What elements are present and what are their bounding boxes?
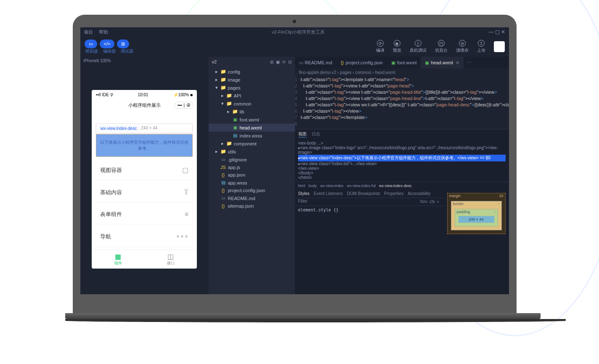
styles-tab[interactable]: Accessibility — [408, 191, 430, 196]
inspect-tooltip: wx-view.index-desc 240 × 44 — [96, 124, 193, 133]
window-controls[interactable]: — ▢ ✕ — [489, 29, 506, 35]
explorer-root[interactable]: v2 — [212, 59, 217, 64]
toolbar: ▭ </> ⊞ 模拟器 编辑器 调试器 ⟳编译 ◉预览 ▯真机调试 ◳切后台 — [80, 37, 509, 57]
laptop-mockup: 项目 帮助 v2-FinClip小程序开发工具 — ▢ ✕ ▭ </> ⊞ 模拟… — [65, 15, 524, 334]
toggle-simulator[interactable]: ▭ — [85, 40, 97, 48]
explorer-pane: v2 ⊞ ▣ ⟳ ⊟ ▸📁config▸📁image▾📁pages▸📁API▾📁… — [209, 57, 295, 294]
code-editor[interactable]: t-attr">class="t-tag"><template t-attr">… — [301, 76, 509, 129]
clear-cache-button[interactable]: ⊘清缓存 — [456, 40, 469, 53]
toggle-debugger[interactable]: ⊞ — [117, 40, 129, 48]
element-row[interactable]: </html> — [298, 175, 506, 180]
grid-icon: ▦ — [92, 253, 144, 261]
list-item[interactable]: 表单组件≡ — [96, 205, 193, 224]
highlighted-element[interactable]: 以下将展示小程序官方组件能力，组件样式仅供参考。 — [96, 134, 193, 157]
menubar: 项目 帮助 v2-FinClip小程序开发工具 — ▢ ✕ — [80, 27, 509, 37]
status-battery: ⚡100% ■ — [173, 92, 193, 97]
pill-label-debugger: 调试器 — [121, 48, 133, 54]
phone-preview: ••ll IDE ⚲ 10:01 ⚡100% ■ 小程序组件展示 •••|⦿ w… — [92, 90, 197, 269]
tabbar-api[interactable]: ◫接口 — [144, 250, 197, 269]
tree-node-image[interactable]: ▸📁image — [209, 76, 295, 84]
css-rule[interactable]: </span>.index-desc {<div>&nbsp;&nbsp;<sp… — [295, 214, 444, 217]
devtools: 视图 日志 <wx-body ...>▸<wx-image class="ind… — [295, 129, 509, 294]
tree-node-component[interactable]: ▸📁component — [209, 140, 295, 148]
tree-node-API[interactable]: ▸📁API — [209, 92, 295, 100]
tree-node--gitignore[interactable]: ▭.gitignore — [209, 156, 295, 164]
page-title: 小程序组件展示 — [128, 102, 161, 108]
styles-filter[interactable]: Filter — [298, 199, 307, 205]
element-row[interactable]: ▸<wx-view class="index-desc">以下将展示小程序官方组… — [298, 155, 506, 161]
editor-pane: ▭README.md{}project.config.json▣foot.wxm… — [295, 57, 509, 294]
list-item[interactable]: 基础内容𝕋 — [96, 182, 193, 202]
tab-more[interactable]: ⋯ — [464, 60, 475, 66]
hov-toggle[interactable]: :hov .cls ＋ — [419, 199, 440, 205]
tab-project-config-json[interactable]: {}project.config.json — [337, 57, 387, 69]
api-icon: ◫ — [144, 253, 197, 261]
window-title: v2-FinClip小程序开发工具 — [114, 29, 483, 35]
tree-node-project-config-json[interactable]: {}project.config.json — [209, 187, 295, 194]
menu-project[interactable]: 项目 — [84, 29, 93, 35]
tabbar-components[interactable]: ▦组件 — [92, 250, 144, 269]
devtools-tab-elements[interactable]: 视图 — [298, 131, 307, 137]
upload-button[interactable]: ↥上传 — [477, 40, 485, 53]
tab-foot-wxml[interactable]: ▣foot.wxml — [387, 57, 421, 69]
styles-tab[interactable]: Event Listeners — [314, 191, 343, 196]
tree-node-app-js[interactable]: JSapp.js — [209, 164, 295, 171]
tree-node-head-wxml[interactable]: ▣head.wxml — [209, 124, 295, 132]
dots-icon: ∘∘∘ — [176, 232, 188, 240]
breadcrumb[interactable]: fino-applet-demo-v2 › pages › common › h… — [295, 69, 509, 76]
path-segment[interactable]: body — [309, 184, 317, 188]
background-button[interactable]: ◳切后台 — [435, 40, 448, 53]
capsule-button[interactable]: •••|⦿ — [175, 102, 193, 109]
menu-help[interactable]: 帮助 — [99, 29, 108, 35]
list-item[interactable]: 导航∘∘∘ — [96, 227, 193, 246]
status-time: 10:01 — [138, 92, 148, 97]
path-segment[interactable]: html — [298, 184, 305, 188]
list-item[interactable]: 视图容器▢ — [96, 160, 193, 180]
simulator-device-label[interactable]: iPhone6 100% — [80, 57, 209, 65]
inspect-selector: wx-view.index-desc — [99, 126, 138, 131]
css-rule[interactable]: element.style {} — [295, 206, 444, 214]
element-row[interactable]: ▸<wx-image class="index-logo" src="../re… — [298, 145, 506, 155]
element-row[interactable]: </body> — [298, 171, 506, 175]
tree-node-foot-wxml[interactable]: ▣foot.wxml — [209, 116, 295, 124]
toggle-editor[interactable]: </> — [100, 40, 115, 48]
container-icon: ▢ — [182, 166, 188, 174]
compile-button[interactable]: ⟳编译 — [376, 40, 384, 53]
path-segment[interactable]: wx-view.index-hd — [347, 184, 376, 188]
new-folder-icon[interactable]: ▣ — [276, 60, 280, 64]
preview-button[interactable]: ◉预览 — [393, 40, 401, 53]
new-file-icon[interactable]: ⊞ — [270, 60, 273, 64]
path-segment[interactable]: wx-view.index — [320, 184, 344, 188]
tree-node-utils[interactable]: ▸📁utils — [209, 148, 295, 156]
devtools-tab-console[interactable]: 日志 — [312, 131, 320, 137]
status-signal: ••ll IDE ⚲ — [96, 92, 113, 97]
tree-node-index-wxss[interactable]: ▤index.wxss — [209, 132, 295, 140]
tree-node-lib[interactable]: ▸📁lib — [209, 108, 295, 116]
tree-node-README-md[interactable]: ▭README.md — [209, 194, 295, 202]
tree-node-pages[interactable]: ▾📁pages — [209, 84, 295, 92]
element-row[interactable]: </wx-view> — [298, 166, 506, 171]
styles-tab[interactable]: DOM Breakpoints — [347, 191, 380, 196]
pill-label-editor: 编辑器 — [103, 48, 116, 54]
element-row[interactable]: <wx-body ...> — [298, 141, 506, 145]
inspect-size: 240 × 44 — [141, 126, 157, 131]
refresh-icon[interactable]: ⟳ — [282, 60, 286, 64]
collapse-icon[interactable]: ⊟ — [288, 60, 292, 64]
avatar[interactable] — [494, 41, 505, 52]
tree-node-sitemap-json[interactable]: {}sitemap.json — [209, 202, 295, 210]
tree-node-app-wxss[interactable]: ▤app.wxss — [209, 179, 295, 187]
styles-tab[interactable]: Styles — [298, 191, 310, 196]
tab-README-md[interactable]: ▭README.md — [295, 57, 337, 69]
tree-node-config[interactable]: ▸📁config — [209, 68, 295, 76]
pill-label-simulator: 模拟器 — [85, 48, 98, 54]
box-model: margin 10 border - padding - 240 × 4 — [444, 190, 509, 294]
tree-node-common[interactable]: ▾📁common — [209, 100, 295, 108]
remote-debug-button[interactable]: ▯真机调试 — [410, 40, 427, 53]
simulator-pane: iPhone6 100% ••ll IDE ⚲ 10:01 ⚡100% ■ 小程… — [80, 57, 209, 294]
element-row[interactable]: ▸<wx-view class="index-bd">...</wx-view> — [298, 161, 506, 166]
tab-head-wxml[interactable]: ▣head.wxml✕ — [421, 57, 464, 69]
path-segment[interactable]: wx-view.index-desc — [379, 184, 412, 188]
styles-tab[interactable]: Properties — [384, 191, 404, 196]
tree-node-app-json[interactable]: {}app.json — [209, 171, 295, 179]
text-icon: 𝕋 — [184, 188, 188, 196]
